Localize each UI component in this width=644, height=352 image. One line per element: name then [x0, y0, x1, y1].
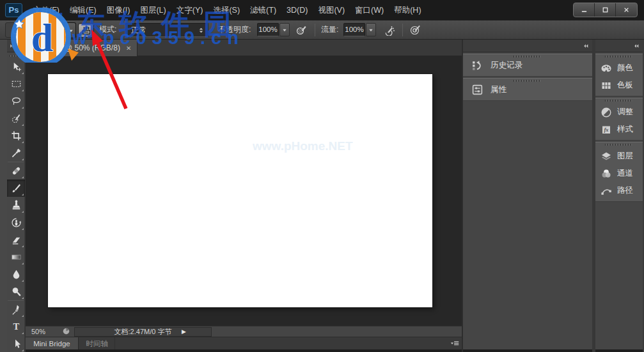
brush-size-picker[interactable]: 13	[47, 22, 77, 38]
history-brush-tool[interactable]	[7, 214, 25, 231]
panel-grip	[605, 100, 633, 102]
panel-label-color: 颜色	[617, 63, 633, 73]
move-tool-icon	[11, 61, 22, 72]
layers-icon	[601, 151, 612, 162]
close-button[interactable]	[616, 3, 637, 17]
quick-selection-tool[interactable]	[7, 110, 25, 127]
dodge-tool[interactable]	[7, 283, 25, 300]
rectangular-marquee-tool-icon	[11, 79, 22, 89]
channels-icon	[601, 168, 612, 180]
dock-right: 颜色色板调整fx样式图层通道路径	[595, 40, 643, 352]
dock-middle-header[interactable]	[463, 40, 592, 52]
blur-tool-icon	[11, 269, 22, 280]
panel-button-properties[interactable]: 属性	[463, 78, 592, 101]
panel-group-2: 图层通道路径	[595, 142, 643, 202]
blend-mode-select[interactable]: 正常	[125, 23, 208, 37]
collapse-left-icon	[633, 43, 640, 49]
bottom-panel-bar: Mini Bridge 时间轴	[26, 337, 462, 349]
gradient-tool-icon	[11, 252, 22, 263]
pressure-size-button[interactable]	[407, 22, 423, 38]
panel-button-history[interactable]: 历史记录	[463, 54, 592, 77]
doc-status-icon	[62, 327, 70, 335]
opacity-field[interactable]: 100%	[257, 23, 279, 36]
eraser-tool[interactable]	[7, 231, 25, 249]
brush-tool[interactable]	[7, 180, 25, 197]
document-tab[interactable]: 未标题-1 @ 50% (RGB/8) ✕	[27, 40, 137, 56]
properties-icon	[471, 84, 483, 96]
panel-grip	[605, 56, 633, 57]
dock-bottom-edge	[595, 349, 643, 352]
zoom-level-field[interactable]: 50%	[31, 327, 59, 337]
flow-field[interactable]: 100%	[343, 23, 365, 36]
toolbar-header[interactable]	[7, 40, 24, 52]
dock-right-header[interactable]	[595, 40, 643, 52]
eyedropper-tool-icon	[11, 148, 22, 158]
panel-grip	[514, 80, 542, 82]
panel-button-color[interactable]: 颜色	[595, 59, 643, 77]
panel-button-adjustments[interactable]: 调整	[595, 103, 643, 121]
menu-item-2[interactable]: 图像(I)	[102, 0, 136, 20]
eyedropper-tool[interactable]	[7, 144, 25, 162]
status-flyout-arrow[interactable]: ▶	[182, 328, 186, 336]
menu-item-3[interactable]: 图层(L)	[135, 0, 171, 20]
svg-text:fx: fx	[604, 126, 609, 133]
move-tool[interactable]	[7, 58, 25, 75]
flyout-menu-icon[interactable]	[450, 339, 460, 349]
collapse-left-icon	[583, 43, 589, 49]
tab-mini-bridge[interactable]: Mini Bridge	[26, 337, 79, 350]
pressure-opacity-icon	[295, 24, 307, 36]
menu-item-7[interactable]: 3D(D)	[281, 0, 313, 20]
rectangular-marquee-tool[interactable]	[7, 75, 25, 93]
minimize-button[interactable]	[574, 3, 595, 17]
document-canvas[interactable]	[48, 74, 432, 307]
brush-picker-arrow[interactable]	[67, 22, 76, 38]
panel-button-layers[interactable]: 图层	[595, 148, 643, 165]
panel-button-styles[interactable]: fx样式	[595, 121, 643, 138]
blend-mode-value: 正常	[126, 25, 198, 36]
panel-button-channels[interactable]: 通道	[595, 165, 643, 182]
bottom-edge	[26, 349, 462, 352]
brush-tool-icon	[11, 183, 22, 194]
crop-tool[interactable]	[7, 127, 25, 144]
pressure-opacity-button[interactable]	[293, 22, 310, 38]
panel-grip	[605, 144, 633, 146]
close-tab-icon[interactable]: ✕	[126, 45, 131, 52]
spot-healing-brush-tool[interactable]	[7, 162, 25, 180]
tool-preset-picker[interactable]	[5, 22, 35, 38]
menu-item-4[interactable]: 文字(Y)	[171, 0, 208, 20]
dropdown-arrow-icon	[24, 27, 29, 33]
menu-item-10[interactable]: 帮助(H)	[389, 0, 426, 20]
menu-item-0[interactable]: 文件(F)	[28, 0, 65, 20]
tool-list: T	[7, 58, 24, 352]
menu-item-9[interactable]: 窗口(W)	[350, 0, 389, 20]
airbrush-button[interactable]	[381, 22, 398, 38]
eraser-tool-icon	[11, 234, 22, 245]
panel-button-paths[interactable]: 路径	[595, 182, 643, 199]
photoshop-window: Ps 文件(F)编辑(E)图像(I)图层(L)文字(Y)选择(S)滤镜(T)3D…	[0, 0, 644, 352]
flow-dropdown-button[interactable]	[366, 23, 376, 36]
menu-item-8[interactable]: 视图(V)	[313, 0, 350, 20]
menu-item-6[interactable]: 滤镜(T)	[245, 0, 281, 20]
panel-group-0: 颜色色板	[595, 54, 643, 96]
blur-tool[interactable]	[7, 266, 25, 283]
menu-item-5[interactable]: 选择(S)	[208, 0, 245, 20]
path-selection-tool[interactable]	[7, 335, 25, 352]
paths-icon	[601, 185, 612, 197]
toolbar-gutter	[0, 40, 7, 352]
document-info-field[interactable]: 文档:2.47M/0 字节	[74, 327, 212, 337]
maximize-button[interactable]	[595, 3, 616, 17]
toolbar-grip[interactable]	[10, 55, 22, 57]
window-controls	[573, 3, 638, 17]
panel-button-swatches[interactable]: 色板	[595, 77, 643, 94]
pen-tool[interactable]	[7, 301, 25, 318]
type-tool[interactable]: T	[7, 318, 25, 335]
toggle-brush-panel-button[interactable]	[78, 23, 94, 38]
tab-timeline[interactable]: 时间轴	[79, 337, 115, 350]
opacity-dropdown-button[interactable]	[279, 23, 290, 36]
menu-item-1[interactable]: 编辑(E)	[65, 0, 102, 20]
lasso-tool[interactable]	[7, 93, 25, 110]
panel-label-paths: 路径	[617, 185, 633, 196]
document-tab-title: 未标题-1 @ 50% (RGB/8)	[33, 43, 120, 54]
clone-stamp-tool[interactable]	[7, 197, 25, 214]
gradient-tool[interactable]	[7, 249, 25, 266]
